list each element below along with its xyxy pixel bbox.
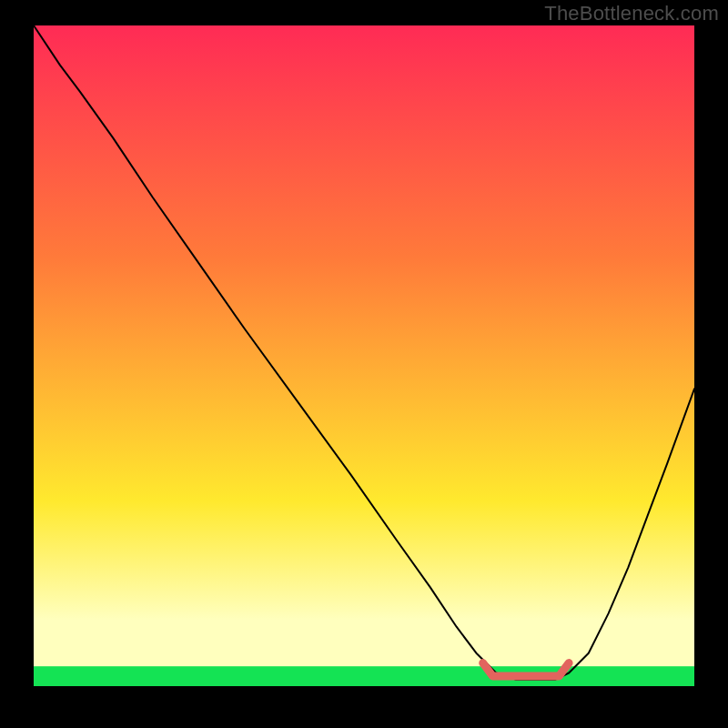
plot-area xyxy=(34,25,694,686)
chart-frame: TheBottleneck.com xyxy=(0,0,728,728)
gradient-background xyxy=(34,25,694,686)
green-band xyxy=(34,666,694,686)
plot-svg xyxy=(34,25,694,686)
watermark-text: TheBottleneck.com xyxy=(544,2,719,25)
